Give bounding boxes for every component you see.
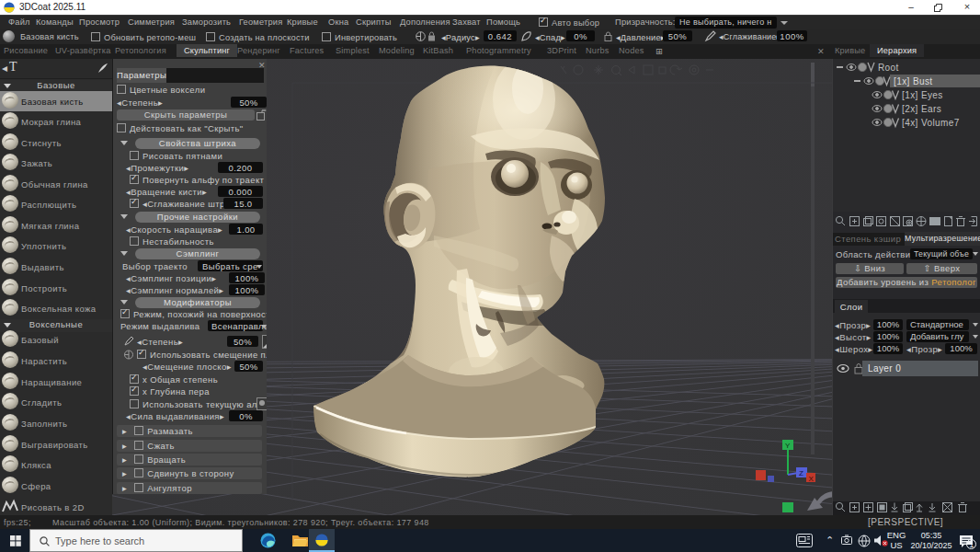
svg-text:[1x] Eyes: [1x] Eyes <box>902 90 943 100</box>
svg-text:[1x] Bust: [1x] Bust <box>894 76 933 86</box>
svg-text:1: 1 <box>969 540 974 549</box>
svg-text:Y: Y <box>785 442 791 450</box>
svg-text:[4x] Volume7: [4x] Volume7 <box>902 118 960 128</box>
svg-text:Z: Z <box>799 469 803 477</box>
svg-text:[2x] Ears: [2x] Ears <box>902 104 941 114</box>
svg-text:Root: Root <box>878 63 899 73</box>
svg-text:X: X <box>809 475 815 483</box>
